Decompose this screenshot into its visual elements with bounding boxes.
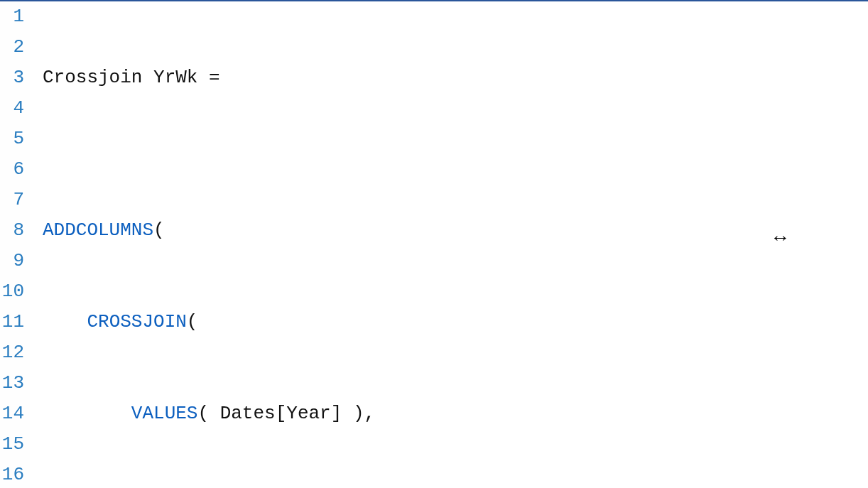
function-token: ADDCOLUMNS [43, 219, 153, 241]
line-number: 15 [0, 429, 24, 460]
function-token: VALUES [131, 403, 198, 424]
line-number: 11 [0, 307, 24, 337]
line-number: 2 [0, 32, 24, 63]
function-token: CROSSJOIN [87, 311, 186, 332]
code-editor[interactable]: 1 2 3 4 5 6 7 8 9 10 11 12 13 14 15 16 C… [0, 1, 868, 488]
line-number: 8 [0, 215, 24, 246]
line-number: 5 [0, 124, 24, 154]
args-token: ( Dates[Year] ), [197, 403, 375, 424]
code-line[interactable]: VALUES( Dates[Year] ), [43, 398, 868, 429]
line-number: 4 [0, 93, 24, 124]
code-content[interactable]: Crossjoin YrWk = ADDCOLUMNS( CROSSJOIN( … [30, 1, 868, 488]
line-number: 9 [0, 246, 24, 276]
code-token: Crossjoin YrWk = [43, 67, 220, 88]
line-number: 3 [0, 63, 24, 93]
line-number: 1 [0, 1, 24, 32]
code-line[interactable]: CROSSJOIN( [43, 307, 868, 337]
line-number: 14 [0, 398, 24, 429]
paren-token: ( [153, 219, 165, 241]
line-number: 10 [0, 276, 24, 307]
line-number: 16 [0, 460, 24, 488]
line-number: 13 [0, 368, 24, 398]
paren-token: ( [187, 311, 198, 332]
line-number: 7 [0, 185, 24, 215]
line-number: 6 [0, 154, 24, 185]
code-line[interactable]: Crossjoin YrWk = [43, 63, 868, 93]
code-line[interactable]: ADDCOLUMNS( [43, 215, 868, 246]
line-number-gutter: 1 2 3 4 5 6 7 8 9 10 11 12 13 14 15 16 [0, 1, 30, 488]
line-number: 12 [0, 337, 24, 368]
